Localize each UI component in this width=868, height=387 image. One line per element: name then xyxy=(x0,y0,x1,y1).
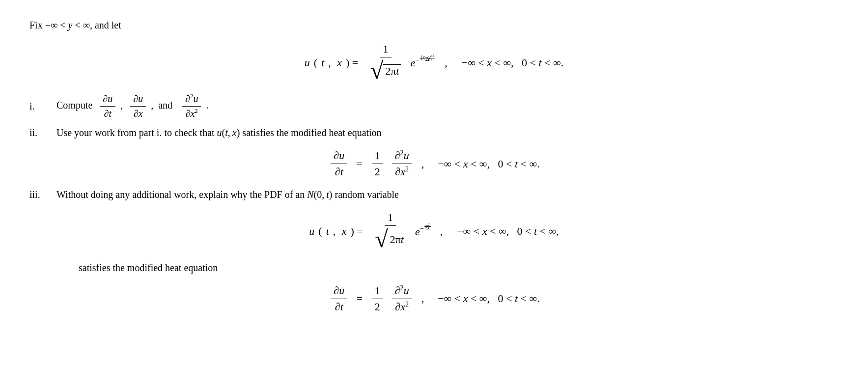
heat-eq-half-2: 1 2 xyxy=(372,284,383,313)
intro-text: Fix −∞ < y < ∞, and let xyxy=(29,20,839,31)
u-equation-2: u(t, x) = 1 √ 2πt e−x22t , −∞ < x < ∞, 0… xyxy=(29,211,839,251)
page-content: Fix −∞ < y < ∞, and let u(t, x) = 1 √ 2π… xyxy=(29,20,839,313)
heat-eq-rhs: ∂2u ∂x2 xyxy=(392,149,412,178)
part-iii-content: Without doing any additional work, expla… xyxy=(56,189,399,200)
du-dt: ∂u ∂t xyxy=(100,93,115,119)
heat-eq-lhs-2: ∂u ∂t xyxy=(331,284,347,313)
heat-equation-2: ∂u ∂t = 1 2 ∂2u ∂x2 , −∞ < x < ∞, 0 < t … xyxy=(29,284,839,313)
heat-equation-1: ∂u ∂t = 1 2 ∂2u ∂x2 , −∞ < x < ∞, 0 < t … xyxy=(29,149,839,178)
fraction-1-over-sqrt2pit-2: 1 √ 2πt xyxy=(372,211,409,251)
du-dx: ∂u ∂x xyxy=(130,93,146,119)
parts-container: i. Compute ∂u ∂t , ∂u ∂x , and ∂2u ∂x2 . xyxy=(29,93,839,313)
heat-eq-lhs: ∂u ∂t xyxy=(331,149,347,178)
part-i-label: i. xyxy=(29,101,56,112)
d2u-dx2: ∂2u ∂x2 xyxy=(182,93,201,119)
part-i: i. Compute ∂u ∂t , ∂u ∂x , and ∂2u ∂x2 . xyxy=(29,93,839,119)
part-ii-label: ii. xyxy=(29,127,56,138)
heat-eq-half: 1 2 xyxy=(372,149,383,178)
main-equation: u(t, x) = 1 √ 2πt e−(x−y)22t , −∞ < x < … xyxy=(29,43,839,83)
satisfies-text: satisfies the modified heat equation xyxy=(79,262,839,274)
part-iii-label: iii. xyxy=(29,189,56,200)
heat-eq-rhs-2: ∂2u ∂x2 xyxy=(392,284,412,313)
part-iii: iii. Without doing any additional work, … xyxy=(29,189,839,200)
part-i-content: Compute ∂u ∂t , ∂u ∂x , and ∂2u ∂x2 . xyxy=(56,93,208,119)
part-ii-content: Use your work from part i. to check that… xyxy=(56,127,382,138)
fraction-1-over-sqrt2pit: 1 √ 2πt xyxy=(367,43,404,83)
part-ii: ii. Use your work from part i. to check … xyxy=(29,127,839,138)
